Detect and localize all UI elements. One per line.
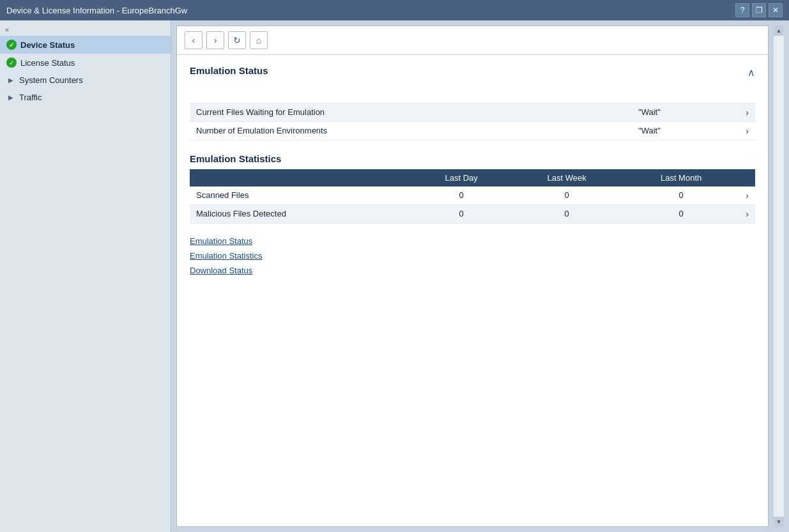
home-button[interactable]: ⌂ <box>250 31 268 49</box>
toolbar: ‹ › ↻ ⌂ <box>177 26 768 55</box>
scroll-track[interactable] <box>774 36 784 517</box>
emulation-status-row-arrow-1[interactable]: › <box>739 121 755 140</box>
sidebar-collapse-button[interactable]: « <box>0 23 171 36</box>
scroll-up-button[interactable]: ▲ <box>774 26 784 36</box>
emulation-status-row-arrow-0[interactable]: › <box>739 103 755 121</box>
emulation-status-row-value-0: "Wait" <box>632 103 739 121</box>
emulation-statistics-title: Emulation Statistics <box>190 153 755 164</box>
expand-icon: ▶ <box>6 93 15 102</box>
sidebar-item-device-status[interactable]: ✓ Device Status <box>0 36 171 54</box>
sidebar-label-system-counters: System Counters <box>19 75 83 85</box>
stats-row-scanned-month: 0 <box>623 186 739 205</box>
emulation-status-collapse-button[interactable]: ∧ <box>747 66 755 79</box>
emulation-status-row-label-1: Number of Emulation Environments <box>190 121 632 140</box>
emulation-statistics-table: Last Day Last Week Last Month Scanned Fi… <box>190 169 755 224</box>
stats-row-label-scanned: Scanned Files <box>190 186 412 205</box>
download-status-link[interactable]: Download Status <box>190 266 755 275</box>
stats-row-malicious-arrow[interactable]: › <box>739 204 755 223</box>
back-button[interactable]: ‹ <box>185 31 203 49</box>
sidebar-label-device-status: Device Status <box>20 40 75 50</box>
title-bar: Device & License Information - EuropeBra… <box>0 0 789 20</box>
stats-row-malicious-month: 0 <box>623 204 739 223</box>
stats-col-action <box>739 169 755 186</box>
expand-icon: ▶ <box>6 76 15 85</box>
emulation-status-row-1: Number of Emulation Environments "Wait" … <box>190 121 755 140</box>
emulation-status-link[interactable]: Emulation Status <box>190 236 755 246</box>
emulation-status-table: Current Files Waiting for Emulation "Wai… <box>190 86 755 141</box>
stats-row-scanned-files: Scanned Files 0 0 0 › <box>190 186 755 205</box>
stats-row-malicious-day: 0 <box>412 204 510 223</box>
emulation-status-row-value-1: "Wait" <box>632 121 739 140</box>
refresh-button[interactable]: ↻ <box>228 31 246 49</box>
stats-row-scanned-day: 0 <box>412 186 510 205</box>
stats-header-row: Last Day Last Week Last Month <box>190 169 755 186</box>
close-button[interactable]: ✕ <box>769 3 783 17</box>
window-title: Device & License Information - EuropeBra… <box>6 6 187 15</box>
right-scrollbar: ▲ ▼ <box>774 26 784 527</box>
sidebar-label-traffic: Traffic <box>19 93 42 102</box>
check-icon: ✓ <box>6 40 17 50</box>
window-controls: ? ❐ ✕ <box>735 3 783 17</box>
stats-col-last-month: Last Month <box>623 169 739 186</box>
forward-button[interactable]: › <box>206 31 224 49</box>
stats-row-malicious-files: Malicious Files Detected 0 0 0 › <box>190 204 755 223</box>
help-button[interactable]: ? <box>735 3 749 17</box>
sidebar-item-traffic[interactable]: ▶ Traffic <box>0 89 171 106</box>
content-area: ‹ › ↻ ⌂ Emulation Status ∧ <box>176 26 769 527</box>
emulation-statistics-link[interactable]: Emulation Statistics <box>190 251 755 261</box>
stats-col-last-day: Last Day <box>412 169 510 186</box>
sidebar-label-license-status: License Status <box>20 58 75 68</box>
scroll-down-button[interactable]: ▼ <box>774 517 784 527</box>
emulation-statistics-section: Emulation Statistics Last Day Last Week … <box>190 153 755 224</box>
sidebar: « ✓ Device Status ✓ License Status ▶ Sys… <box>0 20 171 532</box>
emulation-status-row-label-0: Current Files Waiting for Emulation <box>190 103 632 121</box>
sidebar-item-system-counters[interactable]: ▶ System Counters <box>0 72 171 89</box>
content-wrapper: ‹ › ↻ ⌂ Emulation Status ∧ <box>171 20 789 532</box>
stats-row-scanned-week: 0 <box>510 186 623 205</box>
sidebar-item-license-status[interactable]: ✓ License Status <box>0 54 171 72</box>
scroll-content: Emulation Status ∧ Current Files Waiting… <box>177 55 768 526</box>
emulation-status-title: Emulation Status <box>190 65 268 76</box>
stats-col-last-week: Last Week <box>510 169 623 186</box>
main-layout: « ✓ Device Status ✓ License Status ▶ Sys… <box>0 20 789 532</box>
restore-button[interactable]: ❐ <box>752 3 766 17</box>
stats-row-malicious-week: 0 <box>510 204 623 223</box>
stats-row-label-malicious: Malicious Files Detected <box>190 204 412 223</box>
links-section: Emulation Status Emulation Statistics Do… <box>190 236 755 275</box>
check-icon: ✓ <box>6 57 17 68</box>
emulation-status-header-row: Emulation Status ∧ <box>190 65 755 81</box>
emulation-status-dark-header <box>190 86 755 103</box>
stats-row-scanned-arrow[interactable]: › <box>739 186 755 205</box>
emulation-status-section: Emulation Status ∧ Current Files Waiting… <box>190 65 755 141</box>
stats-col-name <box>190 169 412 186</box>
emulation-status-row-0: Current Files Waiting for Emulation "Wai… <box>190 103 755 121</box>
